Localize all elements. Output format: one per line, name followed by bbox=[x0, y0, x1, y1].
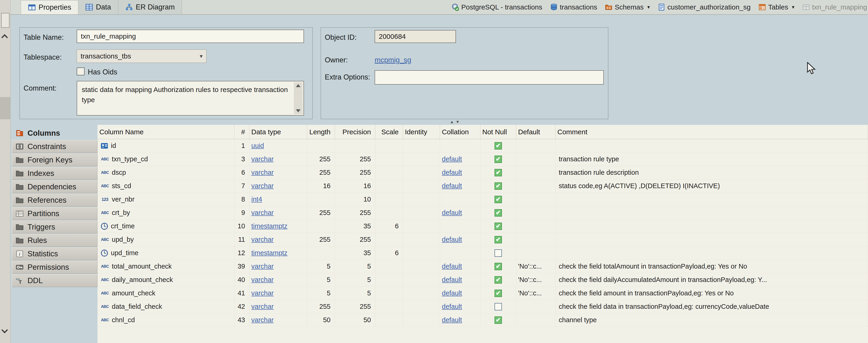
column-row-daily-amount-check[interactable]: ABCdaily_amount_check40varchar55default✔… bbox=[97, 273, 868, 287]
column-row-total-amount-check[interactable]: ABCtotal_amount_check39varchar55default✔… bbox=[97, 260, 868, 273]
column-row-amount-check[interactable]: ABCamount_check41varchar55default✔'No'::… bbox=[97, 287, 868, 300]
column-row-crt-by[interactable]: ABCcrt_by9varchar255255default✔ bbox=[97, 206, 868, 220]
grid-header-scale[interactable]: Scale bbox=[375, 125, 403, 139]
sidebar-item-foreign-keys[interactable]: Foreign Keys bbox=[12, 153, 97, 166]
not-null-checkbox[interactable]: ✔ bbox=[495, 316, 502, 324]
collation-link[interactable]: default bbox=[442, 169, 462, 176]
data-type-link[interactable]: varchar bbox=[251, 236, 274, 244]
data-type-link[interactable]: varchar bbox=[251, 289, 274, 297]
breadcrumb-item-tables[interactable]: Tables▾ bbox=[758, 3, 795, 11]
grid-header-identity[interactable]: Identity bbox=[403, 125, 440, 139]
breadcrumb-item-transactions[interactable]: transactions bbox=[550, 3, 597, 11]
data-type-link[interactable]: varchar bbox=[251, 155, 274, 163]
scroll-up-icon[interactable] bbox=[296, 84, 301, 87]
data-type-link[interactable]: varchar bbox=[251, 209, 274, 217]
collation-link[interactable]: default bbox=[442, 289, 462, 297]
chevron-down-icon[interactable]: ▾ bbox=[792, 4, 794, 10]
owner-link[interactable]: mcpmig_sg bbox=[375, 56, 411, 64]
grid-header-default[interactable]: Default bbox=[516, 125, 556, 139]
sidebar-item-partitions[interactable]: Partitions bbox=[12, 207, 97, 220]
sidebar-item-ddl[interactable]: <>TDDL bbox=[12, 274, 97, 287]
sidebar-item-dependencies[interactable]: Dependencies bbox=[12, 180, 97, 193]
grid-header-comment[interactable]: Comment bbox=[556, 125, 868, 139]
column-row-txn-type-cd[interactable]: ABCtxn_type_cd3varchar255255default✔tran… bbox=[97, 152, 868, 166]
comment-textarea[interactable]: static data for mapping Authorization ru… bbox=[77, 81, 304, 116]
tab-data[interactable]: Data bbox=[78, 0, 118, 14]
collapse-up-icon[interactable] bbox=[1, 34, 8, 41]
data-type-link[interactable]: int4 bbox=[251, 196, 262, 203]
grid-header-collation[interactable]: Collation bbox=[440, 125, 480, 139]
collation-link[interactable]: default bbox=[442, 263, 462, 270]
not-null-checkbox[interactable]: ✔ bbox=[495, 276, 502, 284]
sidebar-item-constraints[interactable]: Constraints bbox=[12, 140, 97, 153]
scroll-down-icon[interactable] bbox=[296, 109, 301, 112]
sidebar-item-references[interactable]: References bbox=[12, 194, 97, 207]
collation-link[interactable]: default bbox=[442, 303, 462, 310]
not-null-checkbox[interactable]: ✔ bbox=[495, 290, 502, 297]
data-type-link[interactable]: varchar bbox=[251, 276, 274, 284]
chevron-down-icon[interactable]: ▾ bbox=[647, 4, 650, 10]
collation-link[interactable]: default bbox=[442, 236, 462, 244]
tab-er-diagram[interactable]: ER Diagram bbox=[118, 0, 182, 14]
column-row-id[interactable]: id1uuid✔ bbox=[97, 139, 868, 152]
column-row-chnl-cd[interactable]: ABCchnl_cd43varchar5050default✔channel t… bbox=[97, 313, 868, 327]
breadcrumb-item-txn-rule-mapping[interactable]: txn_rule_mapping bbox=[802, 3, 867, 11]
column-row-upd-by[interactable]: ABCupd_by11varchar255255default✔ bbox=[97, 233, 868, 247]
breadcrumb-item-customer-authorization-sg[interactable]: customer_authorization_sg bbox=[658, 3, 751, 11]
not-null-checkbox[interactable]: ✔ bbox=[495, 142, 502, 149]
table-name-input[interactable]: txn_rule_mapping bbox=[77, 30, 304, 43]
sidebar-item-triggers[interactable]: Triggers bbox=[12, 221, 97, 233]
splitter-handle[interactable]: ▲▼ bbox=[450, 120, 462, 124]
data-type-link[interactable]: varchar bbox=[251, 182, 274, 190]
object-id-input[interactable]: 2000684 bbox=[375, 30, 456, 43]
grid-header-length[interactable]: Length bbox=[307, 125, 335, 139]
collation-link[interactable]: default bbox=[442, 155, 462, 163]
breadcrumb-item-postgresql-transactions[interactable]: PostgreSQL - transactions bbox=[452, 3, 542, 11]
restore-panel-button[interactable] bbox=[1, 13, 9, 28]
grid-header-data-type[interactable]: Data type bbox=[249, 125, 307, 139]
not-null-checkbox[interactable]: ✔ bbox=[495, 196, 502, 203]
data-type-link[interactable]: varchar bbox=[251, 169, 274, 176]
column-row-data-field-check[interactable]: ABCdata_field_check42varchar255255defaul… bbox=[97, 300, 868, 313]
sidebar-item-statistics[interactable]: iStatistics bbox=[12, 247, 97, 260]
column-row-upd-time[interactable]: upd_time12timestamptz356 bbox=[97, 247, 868, 260]
not-null-checkbox[interactable]: ✔ bbox=[495, 182, 502, 190]
not-null-checkbox[interactable]: ✔ bbox=[495, 223, 502, 230]
sidebar-item-columns[interactable]: Columns bbox=[12, 127, 97, 140]
data-type-link[interactable]: varchar bbox=[251, 316, 274, 324]
grid-header-precision[interactable]: Precision bbox=[335, 125, 375, 139]
tablespace-select[interactable]: transactions_tbs ▾ bbox=[77, 50, 207, 63]
not-null-checkbox[interactable] bbox=[495, 249, 502, 257]
data-type-link[interactable]: varchar bbox=[251, 303, 274, 310]
collation-link[interactable]: default bbox=[442, 316, 462, 324]
not-null-checkbox[interactable] bbox=[495, 303, 502, 310]
grid-header-not-null[interactable]: Not Null bbox=[480, 125, 516, 139]
grid-header-column-name[interactable]: Column Name bbox=[97, 125, 235, 139]
sidebar-item-indexes[interactable]: Indexes bbox=[12, 167, 97, 180]
collation-link[interactable]: default bbox=[442, 276, 462, 284]
tab-properties[interactable]: Properties bbox=[21, 0, 78, 14]
not-null-checkbox[interactable]: ✔ bbox=[495, 263, 502, 270]
not-null-checkbox[interactable]: ✔ bbox=[495, 236, 502, 244]
not-null-checkbox[interactable]: ✔ bbox=[495, 155, 502, 163]
grid-header-[interactable]: # bbox=[235, 125, 249, 139]
data-type-link[interactable]: varchar bbox=[251, 263, 274, 270]
collation-link[interactable]: default bbox=[442, 182, 462, 190]
column-row-crt-time[interactable]: crt_time10timestamptz356✔ bbox=[97, 220, 868, 233]
extra-options-input[interactable] bbox=[375, 70, 604, 85]
data-type-link[interactable]: timestamptz bbox=[251, 222, 287, 230]
collation-link[interactable]: default bbox=[442, 209, 462, 217]
not-null-checkbox[interactable]: ✔ bbox=[495, 169, 502, 176]
sidebar-item-permissions[interactable]: Permissions bbox=[12, 261, 97, 274]
data-type-link[interactable]: timestamptz bbox=[251, 249, 287, 257]
comment-scrollbar[interactable] bbox=[294, 82, 303, 114]
column-row-ver-nbr[interactable]: 123ver_nbr8int410✔ bbox=[97, 193, 868, 206]
breadcrumb-item-schemas[interactable]: Schemas▾ bbox=[605, 3, 650, 11]
not-null-checkbox[interactable]: ✔ bbox=[495, 209, 502, 217]
data-type-link[interactable]: uuid bbox=[251, 142, 264, 149]
has-oids-checkbox[interactable] bbox=[77, 67, 85, 75]
sidebar-item-rules[interactable]: Rules bbox=[12, 234, 97, 247]
column-row-sts-cd[interactable]: ABCsts_cd7varchar1616default✔status code… bbox=[97, 179, 868, 193]
column-row-dscp[interactable]: ABCdscp6varchar255255default✔transaction… bbox=[97, 166, 868, 179]
collapse-down-icon[interactable] bbox=[1, 327, 8, 333]
